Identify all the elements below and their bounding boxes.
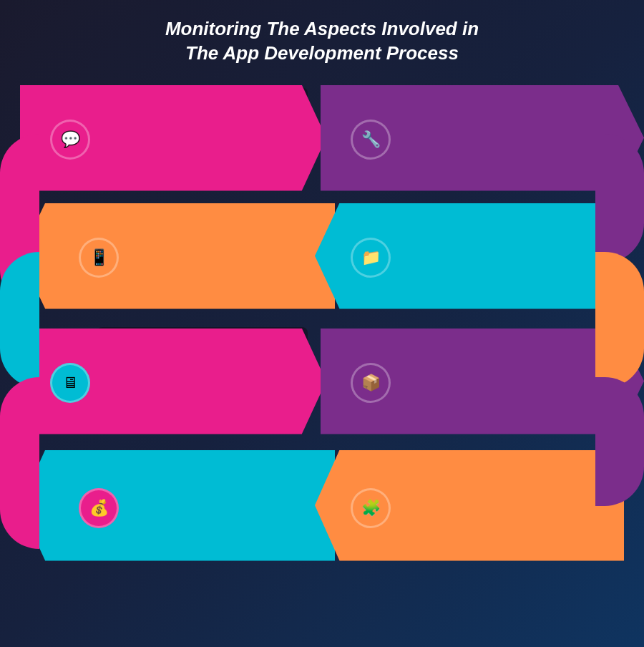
row3: 🖥 APPLICATION SECURITY ★Heavy multi-fact… xyxy=(0,320,644,445)
app-testing-icon: 📱 xyxy=(79,238,119,278)
maintenance-plan-icon: 🧩 xyxy=(351,488,391,528)
app-deployment-icon: 📦 xyxy=(351,363,391,403)
row4: 💰 PUBLISHING COST ★Google Playstore publ… xyxy=(0,442,644,581)
technology-used-icon: 🔧 xyxy=(351,120,391,160)
design-aspect-icon: 💬 xyxy=(50,120,90,160)
app-security-icon: 🖥 xyxy=(50,363,90,403)
row1: 💬 DESIGN ASPECT ★Content Heavy – Light D… xyxy=(0,77,644,202)
main-title: Monitoring The Aspects Involved in The A… xyxy=(0,7,644,73)
row2: 📱 APPLICATION TESTING ★Single Dimensiona… xyxy=(0,195,644,320)
publishing-cost-icon: 💰 xyxy=(79,488,119,528)
app-storage-icon: 📁 xyxy=(351,238,391,278)
